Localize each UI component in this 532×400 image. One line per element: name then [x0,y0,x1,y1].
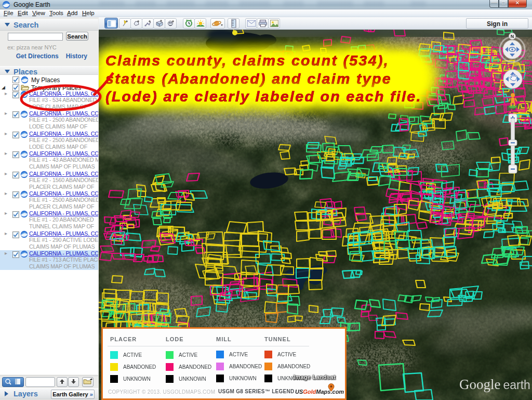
svg-text:N: N [511,34,514,39]
